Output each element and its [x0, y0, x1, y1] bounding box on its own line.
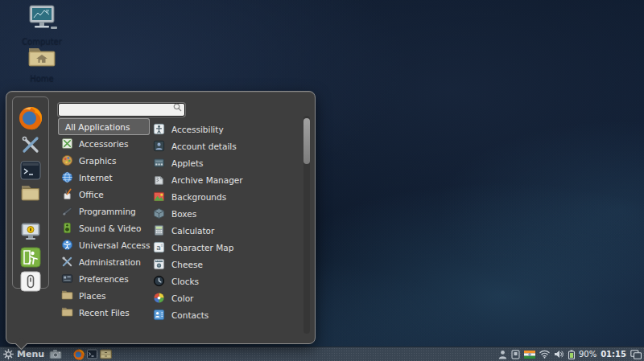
volume-icon[interactable]: [554, 350, 564, 359]
boxes-icon: [153, 207, 165, 219]
app-clocks[interactable]: Clocks: [150, 273, 299, 289]
app-character-map[interactable]: a Character Map: [150, 239, 299, 256]
graphics-icon: [61, 154, 73, 166]
account-details-icon: [153, 140, 165, 152]
category-accessories[interactable]: Accessories: [58, 135, 150, 152]
quit-icon[interactable]: [20, 271, 41, 292]
recent-files-folder-icon: [61, 306, 73, 318]
character-map-icon: a: [153, 241, 165, 253]
home-folder-icon: [26, 57, 58, 72]
administration-icon: [61, 256, 73, 268]
category-all-applications[interactable]: All Applications: [58, 118, 150, 135]
places-folder-icon: [61, 289, 73, 302]
cheese-icon: [153, 258, 165, 270]
lock-screen-icon[interactable]: [20, 221, 41, 242]
category-graphics[interactable]: Graphics: [58, 152, 150, 169]
office-icon: [61, 188, 73, 200]
terminal-icon[interactable]: [20, 160, 41, 181]
menu-button[interactable]: Menu: [3, 347, 44, 361]
app-backgrounds[interactable]: Backgrounds: [150, 188, 299, 205]
screenshot-tool-icon[interactable]: [49, 349, 62, 359]
category-office[interactable]: Office: [58, 186, 150, 203]
keyboard-layout-flag-icon[interactable]: [524, 351, 535, 359]
calculator-icon: [153, 224, 165, 236]
panel-firefox-launcher[interactable]: [73, 349, 85, 360]
clocks-icon: [153, 275, 165, 287]
search-icon: [173, 103, 182, 112]
removable-device-icon[interactable]: [511, 350, 520, 359]
system-settings-icon[interactable]: [20, 134, 41, 155]
menu-search: [58, 101, 185, 114]
log-out-icon[interactable]: [20, 247, 41, 268]
accessibility-icon: [153, 123, 165, 135]
archive-manager-icon: [153, 174, 165, 186]
category-internet[interactable]: Internet: [58, 169, 150, 186]
accessories-icon: [61, 137, 73, 150]
desktop-icon-home[interactable]: Home: [18, 43, 66, 83]
category-administration[interactable]: Administration: [58, 253, 150, 270]
app-contacts[interactable]: Contacts: [150, 306, 299, 323]
files-icon[interactable]: [20, 183, 41, 203]
applets-icon: [153, 157, 165, 169]
app-account-details[interactable]: Account details: [150, 137, 299, 154]
contacts-icon: [153, 309, 165, 321]
menu-gear-icon: [3, 349, 14, 359]
workspace-windows-icon[interactable]: [630, 350, 642, 359]
category-programming[interactable]: Programming: [58, 203, 150, 219]
category-recent-files[interactable]: Recent Files: [58, 304, 150, 321]
category-places[interactable]: Places: [58, 287, 150, 304]
menu-categories: All Applications Accessories Graphics In…: [58, 118, 150, 321]
category-preferences[interactable]: Preferences: [58, 270, 150, 287]
firefox-icon[interactable]: [19, 106, 43, 130]
bottom-panel: Menu: [0, 347, 644, 361]
app-cheese[interactable]: Cheese: [150, 256, 299, 273]
applications-menu: All Applications Accessories Graphics In…: [6, 91, 316, 344]
search-input[interactable]: [58, 103, 185, 117]
menu-favorites-box: [12, 96, 49, 289]
category-universal-access[interactable]: Universal Access: [58, 236, 150, 253]
backgrounds-icon: [153, 191, 165, 203]
universal-access-icon: [61, 239, 73, 251]
computer-icon: [24, 20, 60, 35]
clock-applet[interactable]: 01:15: [601, 347, 626, 361]
app-archive-manager[interactable]: Archive Manager: [150, 171, 299, 188]
battery-applet[interactable]: 90%: [568, 347, 597, 361]
internet-globe-icon: [61, 171, 73, 183]
app-applets[interactable]: Applets: [150, 154, 299, 171]
network-wifi-icon[interactable]: [539, 350, 550, 359]
app-color[interactable]: Color: [150, 289, 299, 306]
home-icon-label: Home: [18, 74, 66, 83]
programming-icon: [61, 205, 73, 217]
color-icon: [153, 292, 165, 304]
menu-app-list: Accessibility Account details Applets Ar…: [150, 121, 299, 323]
panel-terminal-launcher[interactable]: [87, 349, 97, 359]
desktop-icon-computer[interactable]: Computer: [18, 5, 66, 46]
menu-scrollbar-track[interactable]: [303, 116, 310, 334]
user-applet-icon[interactable]: [498, 350, 507, 359]
desktop: Computer Home: [0, 0, 644, 361]
preferences-icon: [61, 273, 73, 285]
menu-scrollbar-thumb[interactable]: [303, 118, 310, 164]
battery-percent-label: 90%: [579, 347, 597, 361]
category-sound-video[interactable]: Sound & Video: [58, 219, 150, 236]
app-calculator[interactable]: Calculator: [150, 222, 299, 239]
app-accessibility[interactable]: Accessibility: [150, 121, 299, 137]
sound-video-icon: [61, 222, 73, 234]
app-boxes[interactable]: Boxes: [150, 205, 299, 222]
panel-files-launcher[interactable]: [100, 349, 112, 359]
svg-text:a: a: [156, 244, 160, 252]
battery-icon: [568, 350, 576, 359]
